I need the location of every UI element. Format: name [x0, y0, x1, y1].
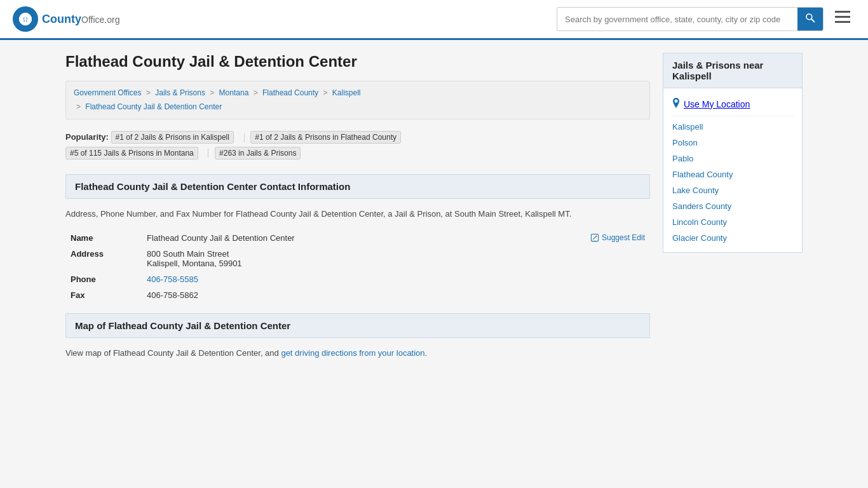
address-line1: 800 South Main Street: [147, 249, 645, 259]
logo-area: CountyOffice.org: [13, 6, 119, 32]
breadcrumb-government-offices[interactable]: Government Offices: [74, 88, 142, 97]
sidebar-title-line2: Kalispell: [672, 71, 712, 81]
name-value-cell: Flathead County Jail & Detention Center …: [142, 230, 650, 246]
sidebar-title-line1: Jails & Prisons near: [672, 60, 763, 71]
map-period: .: [425, 348, 428, 358]
sidebar: Jails & Prisons near Kalispell Use My Lo…: [663, 53, 803, 366]
popularity-badge-4: #263 in Jails & Prisons: [215, 147, 301, 159]
main-container: Flathead County Jail & Detention Center …: [53, 40, 815, 379]
use-my-location-link[interactable]: Use My Location: [684, 99, 750, 109]
popularity-badge-1: #1 of 2 Jails & Prisons in Kalispell: [111, 131, 234, 144]
breadcrumb-jails-prisons[interactable]: Jails & Prisons: [155, 88, 205, 97]
table-row-phone: Phone 406-758-5585: [65, 271, 650, 287]
map-section-header: Map of Flathead County Jail & Detention …: [65, 313, 650, 338]
popularity-badge-2: #1 of 2 Jails & Prisons in Flathead Coun…: [250, 131, 401, 144]
sidebar-item-glacier-county: Glacier County: [672, 230, 793, 246]
svg-point-2: [24, 18, 27, 20]
sidebar-item-polson: Polson: [672, 135, 793, 151]
content-area: Flathead County Jail & Detention Center …: [65, 53, 650, 366]
site-header: CountyOffice.org: [0, 0, 868, 40]
svg-line-9: [593, 236, 597, 240]
sidebar-header: Jails & Prisons near Kalispell: [663, 53, 803, 88]
kalispell-link[interactable]: Kalispell: [672, 122, 703, 132]
header-right: [557, 7, 855, 31]
use-my-location-item: Use My Location: [672, 95, 793, 113]
sidebar-item-lincoln-county: Lincoln County: [672, 214, 793, 230]
sidebar-item-kalispell: Kalispell: [672, 119, 793, 135]
sidebar-item-sanders-county: Sanders County: [672, 198, 793, 214]
sidebar-item-pablo: Pablo: [672, 151, 793, 166]
logo-icon: [13, 6, 38, 32]
menu-button[interactable]: [830, 8, 855, 30]
directions-link[interactable]: get driving directions from your locatio…: [281, 348, 424, 358]
popularity-badge-3: #5 of 115 Jails & Prisons in Montana: [65, 147, 198, 159]
facility-name-value: Flathead County Jail & Detention Center: [147, 233, 295, 243]
name-label: Name: [65, 230, 142, 246]
contact-section-header: Flathead County Jail & Detention Center …: [65, 174, 650, 199]
pop-divider-1: [244, 133, 245, 142]
sidebar-item-flathead-county: Flathead County: [672, 166, 793, 182]
table-row-address: Address 800 South Main Street Kalispell,…: [65, 246, 650, 271]
logo-text: CountyOffice.org: [42, 13, 119, 26]
phone-label: Phone: [65, 271, 142, 287]
phone-link[interactable]: 406-758-5585: [147, 274, 198, 284]
map-desc-text: View map of Flathead County Jail & Deten…: [65, 348, 281, 358]
svg-rect-5: [835, 11, 850, 13]
fax-label: Fax: [65, 287, 142, 303]
svg-rect-7: [835, 21, 850, 23]
sidebar-item-lake-county: Lake County: [672, 182, 793, 198]
location-pin-icon: [672, 98, 680, 110]
lake-county-link[interactable]: Lake County: [672, 186, 719, 195]
phone-value-cell: 406-758-5585: [142, 271, 650, 287]
sidebar-divider: [672, 116, 793, 116]
suggest-edit-link[interactable]: Suggest Edit: [590, 233, 645, 242]
lincoln-county-link[interactable]: Lincoln County: [672, 217, 727, 227]
pablo-link[interactable]: Pablo: [672, 154, 693, 163]
map-description: View map of Flathead County Jail & Deten…: [65, 347, 650, 360]
flathead-county-link[interactable]: Flathead County: [672, 170, 733, 179]
pop-divider-2: [208, 149, 208, 158]
breadcrumb-facility[interactable]: Flathead County Jail & Detention Center: [85, 102, 222, 111]
search-input[interactable]: [557, 10, 797, 29]
sanders-county-link[interactable]: Sanders County: [672, 201, 731, 211]
sidebar-body: Use My Location Kalispell Polson Pablo F…: [663, 88, 803, 253]
table-row-name: Name Flathead County Jail & Detention Ce…: [65, 230, 650, 246]
breadcrumb: Government Offices > Jails & Prisons > M…: [65, 81, 650, 119]
glacier-county-link[interactable]: Glacier County: [672, 233, 727, 243]
popularity-label: Popularity:: [65, 132, 109, 142]
svg-line-4: [811, 19, 814, 22]
fax-value: 406-758-5862: [142, 287, 650, 303]
svg-rect-6: [835, 16, 850, 18]
address-line2: Kalispell, Montana, 59901: [147, 259, 645, 268]
popularity-section: Popularity: #1 of 2 Jails & Prisons in K…: [65, 130, 650, 161]
address-value: 800 South Main Street Kalispell, Montana…: [142, 246, 650, 271]
table-row-fax: Fax 406-758-5862: [65, 287, 650, 303]
contact-table: Name Flathead County Jail & Detention Ce…: [65, 230, 650, 303]
breadcrumb-kalispell[interactable]: Kalispell: [332, 88, 361, 97]
search-button[interactable]: [797, 8, 823, 30]
page-title: Flathead County Jail & Detention Center: [65, 53, 650, 71]
breadcrumb-montana[interactable]: Montana: [219, 88, 249, 97]
search-bar: [557, 7, 824, 31]
polson-link[interactable]: Polson: [672, 138, 698, 147]
address-label: Address: [65, 246, 142, 271]
breadcrumb-flathead-county[interactable]: Flathead County: [262, 88, 318, 97]
suggest-edit-label: Suggest Edit: [602, 233, 645, 242]
contact-description: Address, Phone Number, and Fax Number fo…: [65, 208, 650, 220]
